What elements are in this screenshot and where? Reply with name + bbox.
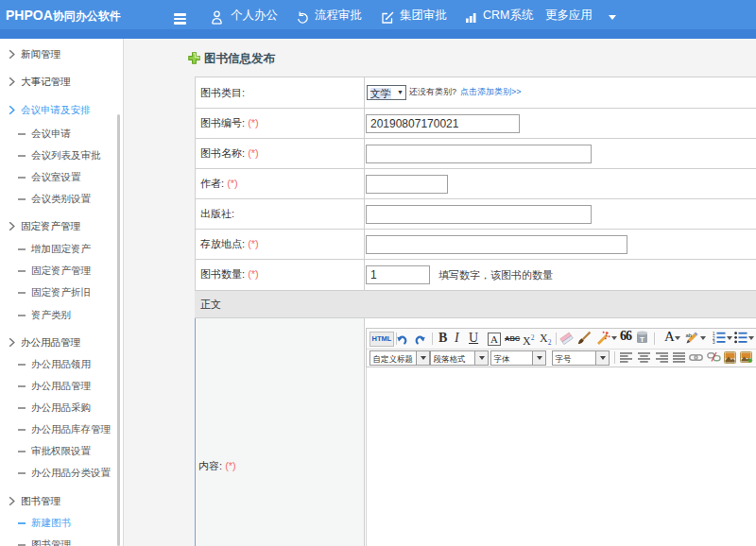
svg-text:3: 3 — [713, 340, 715, 344]
svg-text:T: T — [640, 335, 644, 344]
svg-text:ab: ab — [686, 333, 693, 338]
